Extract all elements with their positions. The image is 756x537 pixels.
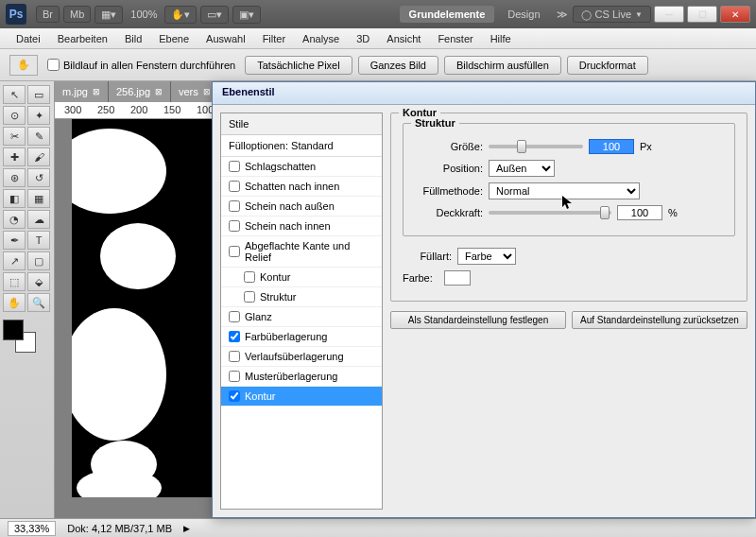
br-button[interactable]: Br (36, 6, 60, 23)
blur-tool[interactable]: ◔ (3, 210, 26, 229)
size-input[interactable] (589, 139, 634, 154)
style-item[interactable]: Kontur (221, 268, 382, 287)
style-item[interactable]: Glanz (221, 307, 382, 327)
style-checkbox[interactable] (229, 246, 240, 257)
close-icon[interactable]: ⊠ (203, 87, 211, 96)
style-checkbox[interactable] (229, 220, 240, 232)
scroll-all-checkbox[interactable]: Bildlauf in allen Fenstern durchführen (47, 59, 235, 71)
close-icon[interactable]: ⊠ (93, 87, 100, 96)
cslive-button[interactable]: ◯CS Live▼ (573, 6, 651, 23)
menu-ansicht[interactable]: Ansicht (378, 33, 429, 44)
style-checkbox[interactable] (229, 371, 240, 382)
dodge-tool[interactable]: ☁ (27, 210, 50, 229)
style-item[interactable]: Musterüberlagerung (221, 367, 382, 387)
menu-analyse[interactable]: Analyse (294, 33, 348, 44)
fill-type-select[interactable]: Farbe (457, 248, 516, 265)
menu-fenster[interactable]: Fenster (429, 33, 481, 44)
color-swatch[interactable] (444, 270, 471, 286)
zoom-indicator[interactable]: 100% (130, 9, 157, 20)
eraser-tool[interactable]: ◧ (3, 189, 26, 208)
style-item[interactable]: Schlagschatten (221, 157, 382, 177)
status-zoom[interactable]: 33,33% (8, 521, 56, 536)
opt-button[interactable]: Tatsächliche Pixel (245, 56, 352, 75)
style-checkbox[interactable] (229, 311, 240, 322)
eyedrop-tool[interactable]: ✎ (27, 127, 50, 146)
style-checkbox[interactable] (229, 181, 240, 192)
cam-tool[interactable]: ⬙ (27, 272, 50, 291)
gradient-tool[interactable]: ▦ (27, 189, 50, 208)
move-tool[interactable]: ↖ (3, 85, 26, 104)
style-item[interactable]: Struktur (221, 287, 382, 307)
workspace-design[interactable]: Design (498, 6, 549, 23)
color-swatches[interactable] (3, 320, 41, 353)
heal-tool[interactable]: ✚ (3, 147, 26, 166)
opt-button[interactable]: Bildschirm ausfüllen (444, 56, 561, 75)
style-checkbox[interactable] (229, 331, 240, 342)
maximize-button[interactable]: ☐ (687, 6, 717, 23)
pen-tool[interactable]: ✒ (3, 231, 26, 250)
doc-tab[interactable]: 256.jpg⊠ (109, 81, 171, 102)
brush-tool[interactable]: 🖌 (27, 147, 50, 166)
shape-tool[interactable]: ▢ (27, 251, 50, 270)
menu-ebene[interactable]: Ebene (150, 33, 198, 44)
opt-button[interactable]: Ganzes Bild (358, 56, 438, 75)
style-item[interactable]: Farbüberlagerung (221, 327, 382, 347)
opt-button[interactable]: Druckformat (567, 56, 648, 75)
position-select[interactable]: Außen (489, 160, 555, 177)
style-checkbox[interactable] (229, 200, 240, 212)
styles-header[interactable]: Stile (221, 113, 382, 135)
fill-options[interactable]: Fülloptionen: Standard (221, 135, 382, 157)
reset-default-button[interactable]: Auf Standardeinstellung zurücksetzen (572, 311, 747, 329)
style-item[interactable]: Schein nach außen (221, 197, 382, 217)
menu-bild[interactable]: Bild (116, 33, 150, 44)
style-item[interactable]: Schatten nach innen (221, 177, 382, 197)
style-checkbox[interactable] (244, 291, 255, 303)
hand-tb[interactable]: ✋▾ (164, 6, 197, 24)
marquee-tool[interactable]: ▭ (27, 85, 50, 104)
layer-style-dialog: Ebenenstil Stile Fülloptionen: Standard … (212, 81, 756, 518)
style-checkbox[interactable] (244, 271, 255, 283)
menubar: DateiBearbeitenBildEbeneAuswahlFilterAna… (0, 28, 756, 49)
hand-tool[interactable]: ✋ (3, 293, 26, 312)
menu-3d[interactable]: 3D (348, 33, 378, 44)
workspace-active[interactable]: Grundelemente (400, 6, 495, 23)
current-tool[interactable]: ✋ (9, 55, 38, 76)
style-item[interactable]: Verlaufsüberlagerung (221, 347, 382, 367)
style-checkbox[interactable] (229, 161, 240, 172)
doc-tab[interactable]: m.jpg⊠ (55, 81, 109, 102)
menu-auswahl[interactable]: Auswahl (198, 33, 254, 44)
opacity-input[interactable] (617, 205, 662, 220)
toolbox: ↖▭ ⊙✦ ✂✎ ✚🖌 ⊛↺ ◧▦ ◔☁ ✒T ↗▢ ⬚⬙ ✋🔍 (0, 81, 55, 518)
menu-datei[interactable]: Datei (8, 33, 49, 44)
style-item[interactable]: Schein nach innen (221, 217, 382, 236)
crop-tool[interactable]: ✂ (3, 127, 26, 146)
menu-bearbeiten[interactable]: Bearbeiten (49, 33, 116, 44)
close-icon[interactable]: ⊠ (155, 87, 163, 96)
type-tool[interactable]: T (27, 231, 50, 250)
3d-tool[interactable]: ⬚ (3, 272, 26, 291)
size-slider[interactable] (489, 145, 583, 148)
lasso-tool[interactable]: ⊙ (3, 106, 26, 125)
zoom-tool[interactable]: 🔍 (27, 293, 50, 312)
style-checkbox[interactable] (229, 390, 240, 402)
style-checkbox[interactable] (229, 351, 240, 362)
history-tool[interactable]: ↺ (27, 168, 50, 187)
app-logo: Ps (6, 4, 26, 25)
blend-select[interactable]: Normal (489, 182, 640, 199)
mb-button[interactable]: Mb (63, 6, 91, 23)
set-default-button[interactable]: Als Standardeinstellung festlegen (390, 311, 566, 329)
minimize-button[interactable]: ─ (654, 6, 684, 23)
opacity-slider[interactable] (489, 211, 611, 215)
wand-tool[interactable]: ✦ (27, 106, 50, 125)
more-icon[interactable]: ≫ (557, 9, 568, 21)
path-tool[interactable]: ↗ (3, 251, 26, 270)
view-tb[interactable]: ▭▾ (200, 6, 229, 24)
screen-tb[interactable]: ▣▾ (232, 6, 261, 24)
stamp-tool[interactable]: ⊛ (3, 168, 26, 187)
menu-hilfe[interactable]: Hilfe (482, 33, 520, 44)
style-item[interactable]: Kontur (221, 387, 382, 407)
close-button[interactable]: ✕ (720, 6, 750, 23)
tb-icon[interactable]: ▦▾ (94, 6, 123, 24)
menu-filter[interactable]: Filter (254, 33, 294, 44)
style-item[interactable]: Abgeflachte Kante und Relief (221, 236, 382, 268)
